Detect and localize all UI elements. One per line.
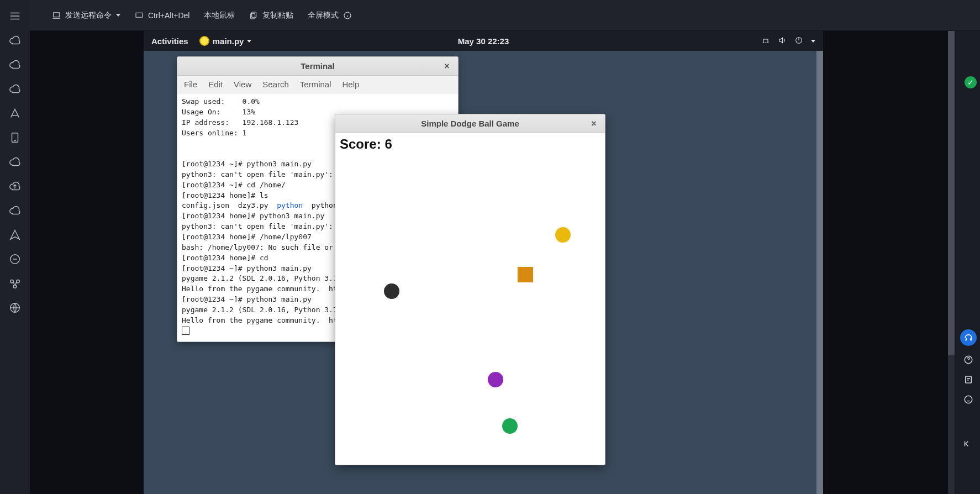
svg-rect-7	[252, 12, 256, 17]
enemy-ball	[384, 283, 399, 299]
gnome-top-bar: Activities main.py May 30 22:23	[144, 31, 823, 51]
copy-paste-label: 复制粘贴	[262, 10, 293, 20]
chevron-down-icon	[811, 40, 815, 43]
score-label: Score: 6	[340, 136, 392, 152]
svg-point-4	[13, 285, 17, 288]
globe-icon[interactable]	[9, 302, 21, 314]
local-mouse-label: 本地鼠标	[204, 10, 235, 20]
send-icon[interactable]	[9, 229, 21, 241]
cloud-upload-icon[interactable]	[9, 180, 21, 192]
host-scrollbar[interactable]	[948, 31, 955, 494]
cloud-outline-icon[interactable]	[9, 59, 21, 71]
ctrl-alt-del-label: Ctrl+Alt+Del	[148, 11, 189, 20]
cloud-sync-icon[interactable]	[9, 204, 21, 217]
host-right-rail: ✓	[955, 31, 980, 494]
remote-desktop-viewport[interactable]: Activities main.py May 30 22:23 Terminal…	[144, 31, 823, 494]
activities-button[interactable]: Activities	[151, 36, 188, 46]
fullscreen-button[interactable]: 全屏模式	[308, 10, 352, 20]
python-logo-icon	[199, 36, 209, 46]
host-left-rail	[0, 0, 30, 494]
score-text: Score:	[340, 136, 384, 151]
fullscreen-label: 全屏模式	[308, 10, 339, 20]
power-tray-icon[interactable]	[794, 36, 803, 46]
status-ok-icon[interactable]: ✓	[965, 76, 977, 88]
terminal-titlebar[interactable]: Terminal ×	[177, 57, 458, 76]
network-icon[interactable]	[9, 107, 21, 119]
message-icon[interactable]	[9, 253, 21, 265]
score-value: 6	[384, 136, 392, 151]
cloud-db-icon[interactable]	[9, 83, 21, 95]
app-name-label: main.py	[213, 36, 244, 46]
feedback-icon[interactable]	[960, 371, 977, 388]
enemy-ball	[555, 227, 571, 243]
smiley-icon[interactable]	[960, 391, 977, 408]
device-icon[interactable]	[9, 132, 21, 144]
svg-point-3	[17, 280, 20, 283]
send-remote-cmd-button[interactable]: 发送远程命令	[52, 10, 120, 20]
host-scrollbar-thumb[interactable]	[948, 31, 955, 355]
terminal-close-button[interactable]: ×	[441, 61, 452, 72]
cloud2-icon[interactable]	[9, 156, 21, 168]
game-close-button[interactable]: ×	[588, 118, 599, 129]
terminal-menubar: File Edit View Search Terminal Help	[177, 76, 458, 93]
app-menu-button[interactable]: main.py	[199, 36, 252, 46]
remote-scrollbar[interactable]	[816, 51, 823, 494]
chevron-down-icon	[247, 40, 251, 43]
clock-label[interactable]: May 30 22:23	[458, 36, 509, 46]
network-tray-icon[interactable]	[761, 36, 770, 46]
game-canvas[interactable]: Score: 6	[335, 133, 605, 465]
enemy-ball	[488, 372, 503, 387]
local-mouse-button[interactable]: 本地鼠标	[204, 10, 235, 20]
help-icon[interactable]	[960, 351, 977, 368]
send-remote-cmd-label: 发送远程命令	[65, 10, 112, 20]
terminal-title-label: Terminal	[301, 61, 334, 71]
menu-edit[interactable]: Edit	[208, 80, 223, 89]
menu-terminal[interactable]: Terminal	[300, 80, 331, 89]
host-top-toolbar: 发送远程命令 Ctrl+Alt+Del 本地鼠标 复制粘贴 全屏模式	[30, 0, 980, 31]
menu-file[interactable]: File	[184, 80, 197, 89]
copy-paste-button[interactable]: 复制粘贴	[249, 10, 293, 20]
player-square[interactable]	[518, 267, 533, 282]
menu-help[interactable]: Help	[343, 80, 360, 89]
svg-rect-6	[136, 13, 143, 17]
nodes-icon[interactable]	[9, 277, 21, 290]
cloud-icon[interactable]	[9, 34, 21, 46]
system-tray	[761, 36, 815, 46]
collapse-panel-icon[interactable]	[958, 435, 977, 452]
svg-point-2	[10, 280, 14, 283]
menu-view[interactable]: View	[234, 80, 251, 89]
support-headset-icon[interactable]	[960, 329, 977, 346]
hamburger-icon[interactable]	[9, 10, 21, 22]
game-window[interactable]: Simple Dodge Ball Game × Score: 6	[335, 114, 605, 465]
menu-search[interactable]: Search	[262, 80, 289, 89]
game-title-label: Simple Dodge Ball Game	[421, 119, 519, 128]
enemy-ball	[502, 418, 518, 434]
svg-rect-8	[251, 13, 255, 18]
svg-point-13	[965, 396, 972, 403]
volume-tray-icon[interactable]	[778, 36, 787, 46]
ctrl-alt-del-button[interactable]: Ctrl+Alt+Del	[135, 11, 189, 20]
chevron-down-icon	[116, 14, 120, 17]
game-titlebar[interactable]: Simple Dodge Ball Game ×	[335, 114, 605, 133]
